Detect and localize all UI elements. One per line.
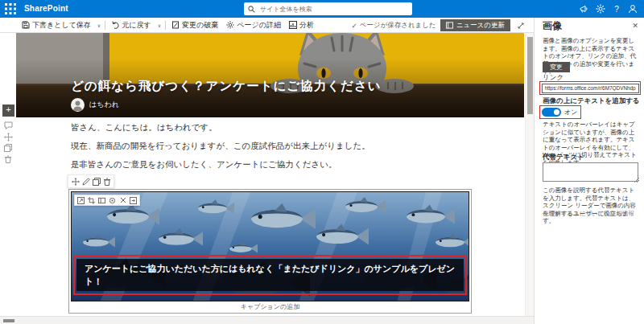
move-section-icon[interactable] <box>4 133 13 141</box>
vertical-scrollbar-thumb[interactable] <box>527 37 533 114</box>
undo-label: 元に戻す <box>122 20 151 31</box>
duplicate-section-icon[interactable] <box>4 144 13 153</box>
suite-bar: SharePoint ? <box>0 0 644 18</box>
megaphone-icon[interactable] <box>576 0 592 18</box>
caption-placeholder[interactable]: キャプションの追加 <box>69 302 471 311</box>
undo-icon <box>111 21 119 29</box>
check-icon: ✓ <box>351 22 357 30</box>
expand-icon[interactable] <box>514 19 527 31</box>
command-bar-right: ✓ ページが保存されました ニュースの更新 <box>351 18 527 33</box>
duplicate-webpart-icon[interactable] <box>91 176 101 187</box>
alt-text-input[interactable] <box>543 162 638 182</box>
save-draft-label: 下書きとして保存 <box>32 20 91 31</box>
body-paragraph[interactable]: 現在、新商品の開発を行っておりますが、この度試作品が出来上がりました。 <box>71 141 370 152</box>
page-title[interactable]: どの餌なら飛びつく？アンケートにご協力ください <box>71 78 382 95</box>
add-section-button[interactable]: + <box>2 105 14 117</box>
author-name: はちわれ <box>89 100 119 110</box>
analytics-button[interactable]: 分析 <box>285 18 318 32</box>
divider <box>105 21 105 30</box>
page-details-label: ページの詳細 <box>237 20 281 31</box>
overlay-annotation-box: アンケートにご協力いただいた方にはもれなく「またたびドリンク」のサンプルをプレゼ… <box>73 255 467 295</box>
aspect-ratio-icon[interactable] <box>97 195 107 205</box>
remove-image-icon[interactable] <box>118 195 128 205</box>
vertical-scrollbar[interactable] <box>525 33 534 316</box>
app-title: SharePoint <box>24 4 68 13</box>
toggle-annotation-box: オン <box>539 105 581 119</box>
image-edit-toolbar <box>74 195 140 206</box>
save-status-label: ページが保存されました <box>360 21 436 31</box>
author-avatar[interactable] <box>71 98 85 112</box>
edit-webpart-icon[interactable] <box>80 176 91 187</box>
reset-image-icon[interactable] <box>128 195 138 205</box>
page-details-button[interactable]: ページの詳細 <box>222 18 285 32</box>
undo-chevron-down-icon[interactable]: ∨ <box>155 23 163 28</box>
alt-help-text: この画像を説明する代替テキストを入力します。代替テキストは、スクリーン リーダー… <box>543 187 640 225</box>
close-panel-icon[interactable]: ✕ <box>632 23 638 31</box>
image-overlay-text[interactable]: アンケートにご協力いただいた方にはもれなく「またたびドリンク」のサンプルをプレゼ… <box>76 259 464 291</box>
search-input[interactable] <box>258 5 408 14</box>
body-paragraph[interactable]: 皆さん、こんにちは。はちわれです。 <box>71 122 217 133</box>
body-paragraph[interactable]: 是非皆さんのご意見をお伺いしたく、アンケートにご協力ください。 <box>71 159 336 170</box>
horizontal-scrollbar-thumb[interactable] <box>3 319 14 322</box>
page-details-gear-icon <box>226 21 234 29</box>
crop-image-icon[interactable] <box>86 195 97 205</box>
image-frame: アンケートにご協力いただいた方にはもれなく「またたびドリンク」のサンプルをプレゼ… <box>71 191 469 301</box>
search-icon <box>248 6 255 13</box>
overlay-text-toggle[interactable] <box>542 108 561 117</box>
resize-image-icon[interactable] <box>76 195 86 205</box>
site-search[interactable] <box>244 2 412 15</box>
divider <box>165 21 166 30</box>
settings-gear-icon[interactable] <box>592 0 609 18</box>
app-launcher-icon[interactable] <box>5 3 16 14</box>
sharepoint-editor-window: SharePoint ? 下書きとして保存 <box>0 0 644 324</box>
horizontal-scrollbar[interactable] <box>0 316 534 324</box>
change-image-button[interactable]: 変更 <box>543 62 570 72</box>
move-webpart-icon[interactable] <box>70 176 80 187</box>
comment-icon[interactable] <box>4 121 13 130</box>
image-properties-panel: 画像 ✕ 画像と画像のオプションを変更します。画像の上に表示するテキストのオン/… <box>534 18 644 324</box>
panel-title: 画像 <box>543 23 562 31</box>
link-input[interactable] <box>542 84 639 93</box>
save-chevron-down-icon[interactable]: ∨ <box>95 23 103 28</box>
toggle-knob <box>554 109 559 115</box>
hero-image-webpart[interactable]: どの餌なら飛びつく？アンケートにご協力ください はちわれ <box>16 33 524 117</box>
undo-button[interactable]: 元に戻す <box>107 18 155 32</box>
promote-news-button[interactable]: ニュースの更新 <box>440 19 510 31</box>
image-webpart[interactable]: アンケートにご協力いただいた方にはもれなく「またたびドリンク」のサンプルをプレゼ… <box>68 189 472 314</box>
analytics-chart-icon <box>289 21 297 29</box>
help-icon[interactable]: ? <box>609 0 625 18</box>
overlay-toggle-label: 画像の上にテキストを追加する <box>543 97 640 105</box>
toggle-state-label: オン <box>564 109 577 117</box>
save-draft-button[interactable]: 下書きとして保存 <box>18 18 95 32</box>
save-icon <box>22 21 30 29</box>
discard-label: 変更の破棄 <box>182 20 218 31</box>
delete-webpart-icon[interactable] <box>101 176 112 187</box>
save-status: ✓ ページが保存されました <box>351 21 436 31</box>
page-canvas: + <box>0 33 525 316</box>
alt-text-info-link[interactable]: 代替テキストについての詳細情報 <box>543 210 634 218</box>
analytics-label: 分析 <box>299 20 314 31</box>
discard-icon <box>171 21 180 29</box>
account-person-icon[interactable] <box>625 0 641 18</box>
discard-changes-button[interactable]: 変更の破棄 <box>167 18 222 32</box>
author-byline: はちわれ <box>71 98 119 112</box>
delete-section-icon[interactable] <box>4 155 13 164</box>
alt-text-label: 代替テキスト <box>543 154 584 162</box>
webpart-toolbar <box>68 174 114 188</box>
suite-bar-icons: ? <box>576 0 641 18</box>
link-annotation-box <box>539 81 641 95</box>
promote-label: ニュースの更新 <box>456 21 505 31</box>
promote-icon <box>446 22 453 29</box>
focal-point-icon[interactable] <box>107 195 118 205</box>
